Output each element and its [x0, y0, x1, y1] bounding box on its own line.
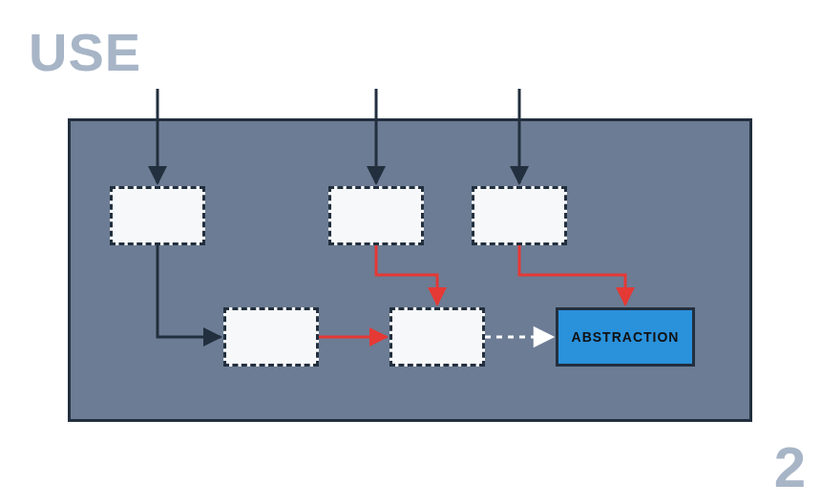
arrow-a-to-d [158, 245, 221, 337]
diagram-arrows [0, 0, 821, 504]
node-e [389, 307, 485, 367]
page-number: 2 [774, 434, 806, 500]
abstraction-label: ABSTRACTION [572, 329, 680, 345]
node-b [328, 186, 424, 245]
node-c [472, 186, 567, 245]
node-d [223, 307, 319, 367]
arrow-c-to-f [519, 245, 625, 304]
arrow-b-to-e [376, 245, 437, 304]
node-abstraction: ABSTRACTION [556, 307, 695, 367]
node-a [110, 186, 205, 245]
